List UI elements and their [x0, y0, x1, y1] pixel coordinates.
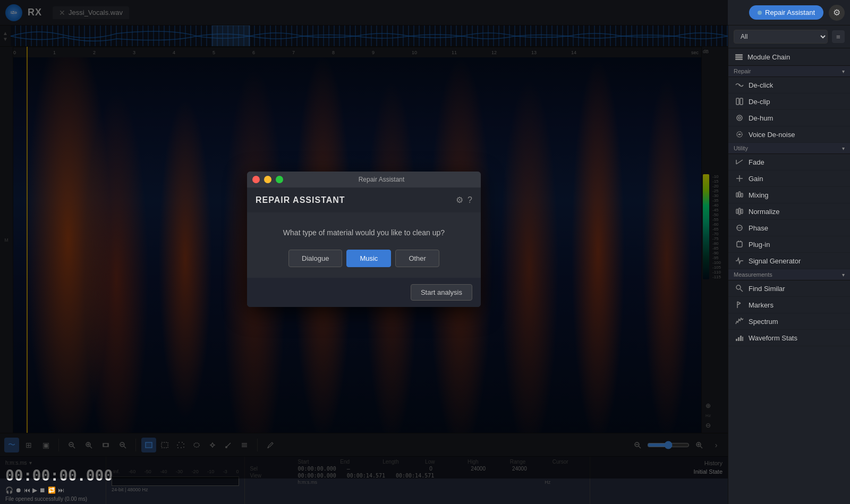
svg-line-61	[741, 289, 743, 292]
gain-label: Gain	[749, 175, 763, 183]
dehum-label: De-hum	[749, 114, 773, 122]
mixing-item[interactable]: Mixing	[728, 187, 850, 203]
declick-icon	[735, 80, 744, 90]
repair-assistant-dot	[758, 11, 762, 15]
plugin-label: Plug-in	[749, 241, 770, 249]
dialog-help-button[interactable]: ?	[468, 195, 472, 205]
loop-button[interactable]: 🔁	[48, 486, 56, 494]
signal-generator-item[interactable]: Signal Generator	[728, 253, 850, 269]
signal-generator-label: Signal Generator	[749, 257, 801, 265]
svg-point-60	[736, 285, 741, 289]
svg-rect-51	[741, 193, 743, 197]
dialog-material-buttons: Dialogue Music Other	[258, 250, 470, 267]
svg-rect-41	[736, 98, 739, 105]
phase-label: Phase	[749, 224, 768, 232]
next-button[interactable]: ⏭	[58, 486, 64, 494]
spectrum-icon	[735, 317, 744, 326]
dehum-icon	[735, 113, 744, 123]
dialog-header-bar: REPAIR ASSISTANT ⚙ ?	[247, 187, 481, 212]
declip-item[interactable]: De-clip	[728, 93, 850, 110]
record-button[interactable]: ⏺	[15, 486, 22, 494]
stop-button[interactable]: ⏹	[39, 486, 46, 494]
find-similar-icon	[735, 284, 744, 293]
gain-icon	[735, 174, 744, 183]
svg-rect-66	[738, 337, 740, 341]
music-button[interactable]: Music	[346, 250, 391, 267]
repair-section-label: Repair	[734, 68, 842, 74]
other-button[interactable]: Other	[395, 250, 439, 267]
hz-unit: Hz	[545, 480, 584, 485]
spectrum-item[interactable]: Spectrum	[728, 313, 850, 330]
waveform-stats-item[interactable]: Waveform Stats	[728, 330, 850, 346]
declip-icon	[735, 97, 744, 106]
dialog-footer: Start analysis	[247, 278, 481, 307]
filter-dropdown[interactable]: All	[734, 30, 828, 44]
dialog-close-button[interactable]	[252, 176, 260, 183]
svg-rect-37	[735, 54, 743, 56]
dialog-title-text: Repair Assistant	[287, 176, 475, 183]
repair-section-header[interactable]: Repair ▾	[728, 66, 850, 77]
svg-rect-42	[740, 98, 743, 105]
prev-button[interactable]: ⏮	[24, 486, 30, 494]
settings-icon[interactable]: ⚙	[829, 5, 845, 21]
svg-rect-54	[741, 209, 743, 213]
voice-denoise-icon	[735, 130, 744, 139]
utility-section-label: Utility	[734, 145, 842, 151]
repair-assistant-dialog: Repair Assistant REPAIR ASSISTANT ⚙ ? Wh…	[247, 172, 481, 307]
measurements-section-header[interactable]: Measurements ▾	[728, 269, 850, 280]
svg-point-40	[739, 84, 741, 86]
svg-rect-67	[740, 336, 742, 341]
find-similar-item[interactable]: Find Similar	[728, 280, 850, 297]
module-chain-item[interactable]: Module Chain	[728, 48, 850, 66]
markers-label: Markers	[749, 301, 774, 309]
measurements-section-label: Measurements	[734, 271, 842, 278]
declip-label: De-clip	[749, 98, 770, 106]
start-analysis-button[interactable]: Start analysis	[411, 284, 472, 301]
hms-unit: h:m:s.ms	[298, 480, 534, 485]
find-similar-label: Find Similar	[749, 285, 785, 293]
dehum-item[interactable]: De-hum	[728, 110, 850, 126]
voice-denoise-item[interactable]: Voice De-noise	[728, 126, 850, 143]
fade-icon	[735, 157, 744, 167]
phase-item[interactable]: Phase	[728, 220, 850, 236]
declick-item[interactable]: De-click	[728, 77, 850, 93]
plugin-item[interactable]: Plug-in	[728, 236, 850, 253]
format-info: 24-bit | 48000 Hz	[112, 487, 239, 492]
dialog-question-text: What type of material would you like to …	[258, 228, 470, 237]
dialogue-button[interactable]: Dialogue	[288, 250, 342, 267]
waveform-stats-label: Waveform Stats	[749, 334, 797, 342]
repair-assistant-button[interactable]: Repair Assistant	[749, 5, 823, 20]
waveform-stats-icon	[735, 333, 744, 343]
panel-menu-button[interactable]: ≡	[832, 30, 845, 43]
svg-rect-50	[739, 192, 741, 197]
dialog-titlebar: Repair Assistant	[247, 172, 481, 187]
svg-rect-57	[737, 242, 742, 247]
dialog-settings-button[interactable]: ⚙	[456, 195, 463, 205]
dialog-maximize-button[interactable]	[276, 176, 283, 183]
mixing-label: Mixing	[749, 191, 769, 199]
svg-point-44	[738, 117, 741, 119]
dialog-content: What type of material would you like to …	[247, 212, 481, 278]
svg-rect-49	[736, 193, 738, 197]
repair-assistant-label: Repair Assistant	[765, 8, 815, 16]
gain-item[interactable]: Gain	[728, 170, 850, 187]
play-button[interactable]: ▶	[32, 486, 37, 494]
normalize-label: Normalize	[749, 208, 780, 216]
svg-rect-53	[739, 208, 741, 215]
svg-rect-65	[736, 339, 737, 341]
svg-line-63	[737, 302, 741, 303]
dialog-overlay: Repair Assistant REPAIR ASSISTANT ⚙ ? Wh…	[0, 0, 728, 479]
svg-point-43	[737, 115, 742, 121]
phase-icon	[735, 223, 744, 233]
svg-rect-68	[742, 337, 743, 341]
svg-rect-52	[736, 209, 738, 213]
markers-item[interactable]: Markers	[728, 297, 850, 313]
repair-chevron-icon: ▾	[842, 69, 845, 74]
svg-line-64	[737, 303, 741, 305]
normalize-item[interactable]: Normalize	[728, 203, 850, 220]
utility-section-header[interactable]: Utility ▾	[728, 143, 850, 154]
dialog-minimize-button[interactable]	[264, 176, 271, 183]
mixing-icon	[735, 190, 744, 200]
headphone-button[interactable]: 🎧	[5, 486, 13, 494]
fade-item[interactable]: Fade	[728, 154, 850, 170]
